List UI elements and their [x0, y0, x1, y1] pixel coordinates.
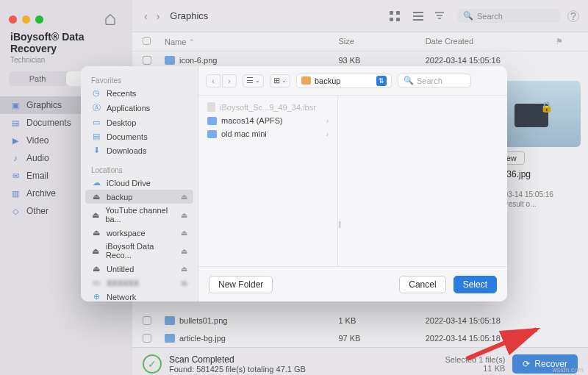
sheet-footer: New Folder Cancel Select — [198, 266, 507, 301]
list-header: Name ⌃ Size Date Created ⚑ — [132, 32, 588, 51]
search-input[interactable]: 🔍Search — [457, 9, 560, 23]
app-subtitle: Technician — [0, 56, 132, 64]
svg-rect-0 — [390, 11, 393, 15]
search-icon: 🔍 — [463, 11, 473, 21]
apps-icon: Ⓐ — [91, 102, 101, 113]
eject-icon[interactable]: ⏏ — [181, 265, 187, 273]
folder-icon — [301, 76, 311, 85]
tab-path[interactable]: Path — [9, 71, 66, 86]
sheet-sidebar: Favorites ◷Recents ⒶApplications ▭Deskto… — [81, 66, 198, 301]
eject-icon[interactable]: ⏏ — [181, 211, 187, 219]
email-icon: ✉ — [10, 171, 21, 181]
svg-rect-4 — [413, 12, 423, 13]
column-date[interactable]: Date Created — [426, 37, 556, 46]
sidebar-iboysoft[interactable]: ⏏iBoysoft Data Reco...⏏ — [81, 240, 198, 262]
sheet-back-icon[interactable]: ‹ — [206, 74, 220, 88]
path-dropdown[interactable]: backup ⇅ — [296, 74, 392, 88]
sidebar-network[interactable]: ⊕Network — [81, 290, 198, 301]
column-name[interactable]: Name ⌃ — [165, 37, 338, 46]
close-window-icon[interactable] — [9, 15, 17, 24]
folder-icon — [207, 117, 217, 125]
column-view-button[interactable]: ☰ ⌄ — [243, 74, 264, 88]
file-item[interactable]: iBoysoft_Sc...9_49_34.ibsr — [201, 100, 334, 114]
sidebar-icloud[interactable]: ☁iCloud Drive — [81, 176, 198, 190]
folder-item[interactable]: old mac mini› — [201, 127, 334, 140]
locations-header: Locations — [81, 163, 198, 176]
eject-icon[interactable]: ⏏ — [181, 279, 187, 287]
desktop-icon: ▭ — [91, 118, 101, 127]
row-checkbox[interactable] — [143, 316, 151, 325]
drive-icon: ⏏ — [91, 192, 101, 201]
column-size[interactable]: Size — [338, 37, 425, 46]
favorites-header: Favorites — [81, 74, 198, 86]
video-icon: ▶ — [10, 135, 21, 146]
table-row[interactable]: article-bg.jpg 97 KB 2022-03-14 15:05:18 — [132, 329, 588, 347]
image-file-icon — [165, 316, 175, 325]
list-view-icon[interactable] — [410, 10, 426, 23]
watermark: wsldn.com — [552, 366, 584, 374]
svg-rect-6 — [413, 19, 423, 21]
cloud-icon: ☁ — [91, 178, 101, 188]
drive-icon: ⏏ — [91, 228, 101, 238]
fullscreen-window-icon[interactable] — [35, 15, 43, 24]
downloads-icon: ⬇ — [91, 146, 101, 155]
save-sheet: Favorites ◷Recents ⒶApplications ▭Deskto… — [81, 66, 507, 301]
new-folder-button[interactable]: New Folder — [209, 276, 273, 293]
grid-view-icon[interactable] — [387, 10, 403, 23]
svg-rect-1 — [396, 11, 400, 15]
home-icon[interactable] — [104, 13, 116, 25]
nav-back-icon[interactable]: ‹ — [141, 9, 151, 24]
image-file-icon — [165, 334, 175, 343]
filter-icon[interactable] — [434, 10, 450, 23]
sheet-toolbar: ‹› ☰ ⌄ ⊞ ⌄ backup ⇅ 🔍Search — [198, 66, 507, 96]
nav-forward-icon[interactable]: › — [154, 9, 163, 24]
table-row[interactable]: bullets01.png 1 KB 2022-03-14 15:05:18 — [132, 312, 588, 329]
other-icon: ◇ — [10, 206, 21, 216]
scan-status-subtitle: Found: 581425 file(s) totaling 47.1 GB — [169, 365, 306, 374]
eject-icon[interactable]: ⏏ — [181, 247, 187, 255]
minimize-window-icon[interactable] — [22, 15, 30, 24]
breadcrumb: Graphics — [170, 10, 208, 21]
column-resize-handle[interactable]: ‖ — [338, 221, 342, 228]
app-title: iBoysoft® Data Recovery — [0, 31, 132, 54]
group-button[interactable]: ⊞ ⌄ — [270, 74, 290, 88]
sidebar-backup[interactable]: ⏏backup⏏ — [85, 190, 193, 204]
help-icon[interactable]: ? — [567, 10, 579, 22]
window-controls — [0, 7, 132, 31]
lock-icon: 🔒 — [540, 101, 553, 113]
folder-item[interactable]: macos14 (APFS)› — [201, 114, 334, 127]
row-checkbox[interactable] — [143, 56, 151, 65]
sidebar-documents[interactable]: ▤Documents — [81, 129, 198, 143]
eject-icon[interactable]: ⏏ — [181, 229, 187, 237]
folder-icon — [207, 130, 217, 138]
display-icon: ▭ — [91, 278, 101, 288]
select-all-checkbox[interactable] — [143, 37, 151, 45]
row-checkbox[interactable] — [143, 334, 151, 343]
sidebar-downloads[interactable]: ⬇Downloads — [81, 143, 198, 157]
svg-rect-3 — [396, 18, 400, 21]
cancel-button[interactable]: Cancel — [399, 276, 445, 293]
drive-icon: ⏏ — [91, 210, 100, 220]
svg-rect-2 — [390, 18, 393, 21]
sheet-search-input[interactable]: 🔍Search — [398, 74, 471, 88]
eject-icon[interactable]: ⏏ — [181, 193, 187, 201]
chevron-updown-icon: ⇅ — [376, 76, 387, 86]
search-icon: 🔍 — [404, 76, 414, 85]
refresh-icon: ⟳ — [523, 359, 530, 369]
audio-icon: ♪ — [10, 153, 21, 163]
sidebar-workspace[interactable]: ⏏workspace⏏ — [81, 226, 198, 240]
sidebar-desktop[interactable]: ▭Desktop — [81, 115, 198, 129]
sidebar-applications[interactable]: ⒶApplications — [81, 100, 198, 115]
select-button[interactable]: Select — [453, 276, 497, 293]
column-browser: iBoysoft_Sc...9_49_34.ibsr macos14 (APFS… — [198, 96, 507, 266]
document-icon: ▤ — [10, 118, 21, 128]
file-icon — [207, 102, 215, 112]
sheet-forward-icon[interactable]: › — [222, 74, 237, 88]
archive-icon: ▥ — [10, 188, 21, 199]
sidebar-recents[interactable]: ◷Recents — [81, 86, 198, 100]
sidebar-blurred[interactable]: ▭XXXXXX⏏ — [81, 276, 198, 290]
sidebar-untitled[interactable]: ⏏Untitled⏏ — [81, 262, 198, 276]
sort-up-icon: ⌃ — [189, 38, 195, 46]
sidebar-youtube[interactable]: ⏏YouTube channel ba...⏏ — [81, 204, 198, 226]
chevron-right-icon: › — [326, 130, 329, 138]
